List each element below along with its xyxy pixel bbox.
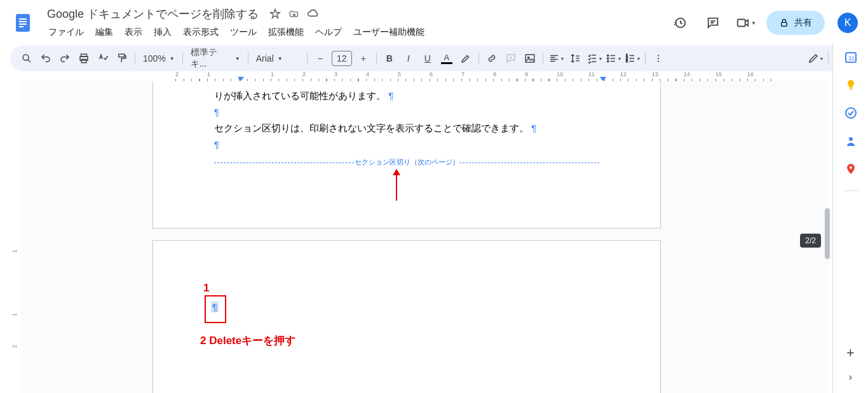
share-label: 共有: [794, 17, 812, 29]
side-panel: 31 + ›: [832, 43, 868, 393]
document-page-2[interactable]: 1 ¶ 2 Deleteキーを押す: [153, 240, 661, 393]
svg-rect-2: [19, 21, 27, 22]
highlight-icon[interactable]: [457, 50, 475, 67]
share-button[interactable]: 共有: [766, 11, 825, 35]
svg-point-17: [607, 60, 608, 62]
bold-icon[interactable]: B: [381, 50, 398, 67]
fontsize-input[interactable]: [332, 51, 352, 66]
more-icon[interactable]: [649, 50, 667, 67]
document-title[interactable]: Google ドキュメントでページを削除する: [43, 5, 262, 23]
keep-icon[interactable]: [844, 79, 857, 91]
star-icon[interactable]: [269, 8, 281, 20]
svg-rect-28: [850, 88, 852, 90]
annotation-box: ¶: [205, 295, 226, 323]
italic-icon[interactable]: I: [400, 50, 417, 67]
svg-point-8: [23, 55, 29, 60]
lock-icon: [779, 18, 789, 28]
menu-insert[interactable]: 挿入: [149, 24, 177, 41]
add-comment-icon[interactable]: [502, 50, 520, 67]
svg-point-31: [850, 166, 852, 169]
zoom-dropdown[interactable]: 100%▼: [139, 50, 179, 67]
move-icon[interactable]: [288, 8, 301, 20]
vertical-ruler[interactable]: 1 1 2: [10, 81, 20, 393]
tasks-icon[interactable]: [844, 107, 857, 119]
redo-icon[interactable]: [56, 50, 74, 67]
selected-pilcrow-icon: ¶: [211, 302, 219, 312]
svg-rect-0: [16, 14, 30, 32]
paint-format-icon[interactable]: [113, 50, 131, 67]
maps-icon[interactable]: [844, 163, 857, 175]
checklist-icon[interactable]: ▾: [585, 50, 603, 67]
style-dropdown[interactable]: 標準テキ...▼: [187, 50, 244, 67]
annotation-arrow: [390, 169, 403, 201]
spellcheck-icon[interactable]: [94, 50, 112, 67]
svg-point-16: [607, 58, 608, 59]
calendar-icon[interactable]: 31: [844, 51, 857, 63]
svg-point-22: [658, 58, 659, 59]
svg-rect-1: [19, 18, 27, 20]
menu-tools[interactable]: ツール: [225, 24, 262, 41]
menu-file[interactable]: ファイル: [43, 24, 89, 41]
add-addon-icon[interactable]: +: [846, 345, 855, 361]
text-color-icon[interactable]: A: [438, 50, 456, 67]
font-dropdown[interactable]: Arial▼: [252, 50, 303, 67]
editing-mode-icon[interactable]: ▾: [806, 50, 824, 67]
menu-accessibility[interactable]: ユーザー補助機能: [348, 24, 430, 41]
history-icon[interactable]: [667, 10, 693, 36]
comments-icon[interactable]: [700, 10, 726, 36]
fontsize-decrease[interactable]: −: [311, 50, 329, 67]
search-icon[interactable]: [18, 50, 36, 67]
annotation-label-1: 1: [203, 282, 209, 295]
svg-marker-25: [393, 169, 400, 175]
svg-point-29: [846, 108, 856, 118]
document-page-1[interactable]: りが挿入されている可能性があります。 ¶ ¶ セクション区切りは、印刷されない文…: [153, 81, 661, 229]
print-icon[interactable]: [75, 50, 93, 67]
meet-icon[interactable]: ▼: [733, 10, 759, 36]
image-icon[interactable]: [521, 50, 539, 67]
svg-rect-4: [19, 26, 24, 27]
menu-format[interactable]: 表示形式: [178, 24, 224, 41]
undo-icon[interactable]: [37, 50, 55, 67]
numbered-list-icon[interactable]: 123▾: [623, 50, 641, 67]
svg-rect-3: [19, 23, 27, 25]
pilcrow-icon: ¶: [531, 123, 536, 133]
contacts-icon[interactable]: [844, 135, 857, 147]
paragraph: セクション区切りは、印刷されない文字を表示することで確認できます。 ¶: [214, 120, 599, 137]
svg-rect-6: [738, 20, 745, 27]
pilcrow-icon: ¶: [214, 107, 219, 117]
paragraph: りが挿入されている可能性があります。 ¶: [214, 88, 599, 104]
menu-edit[interactable]: 編集: [90, 24, 118, 41]
menubar: ファイル 編集 表示 挿入 表示形式 ツール 拡張機能 ヘルプ ユーザー補助機能: [41, 24, 667, 41]
menu-extensions[interactable]: 拡張機能: [263, 24, 309, 41]
svg-rect-13: [526, 55, 534, 62]
link-icon[interactable]: [483, 50, 501, 67]
right-margin-marker[interactable]: [600, 77, 606, 81]
page-badge: 2/2: [800, 234, 821, 248]
svg-text:31: 31: [848, 55, 855, 62]
svg-point-15: [607, 55, 608, 56]
svg-text:3: 3: [626, 60, 628, 63]
align-icon[interactable]: ▾: [547, 50, 565, 67]
hide-sidepanel-icon[interactable]: ›: [849, 371, 852, 383]
menu-help[interactable]: ヘルプ: [310, 24, 347, 41]
fontsize-increase[interactable]: +: [355, 50, 372, 67]
toolbar: 100%▼ 標準テキ...▼ Arial▼ − + B I U A ▾ ▾ ▾ …: [10, 46, 858, 71]
svg-point-23: [658, 60, 659, 62]
bulleted-list-icon[interactable]: ▾: [604, 50, 622, 67]
underline-icon[interactable]: U: [419, 50, 437, 67]
svg-point-21: [658, 55, 659, 56]
indent-marker[interactable]: [238, 77, 244, 81]
scrollbar[interactable]: [823, 81, 832, 393]
pilcrow-icon: ¶: [214, 139, 219, 150]
section-break-indicator: セクション区切り（次のページ）: [214, 157, 599, 167]
horizontal-ruler[interactable]: 2 1 1 2 3 4 5 6 7 8 9 10 11 12 13 14 15 …: [10, 71, 829, 81]
docs-logo[interactable]: [10, 10, 36, 36]
line-spacing-icon[interactable]: [566, 50, 584, 67]
cloud-status-icon[interactable]: [307, 8, 320, 20]
scrollbar-thumb[interactable]: [825, 208, 830, 259]
avatar[interactable]: K: [837, 13, 858, 33]
pilcrow-icon: ¶: [388, 90, 393, 101]
menu-view[interactable]: 表示: [119, 24, 147, 41]
svg-rect-7: [782, 22, 787, 26]
svg-point-30: [849, 137, 853, 141]
